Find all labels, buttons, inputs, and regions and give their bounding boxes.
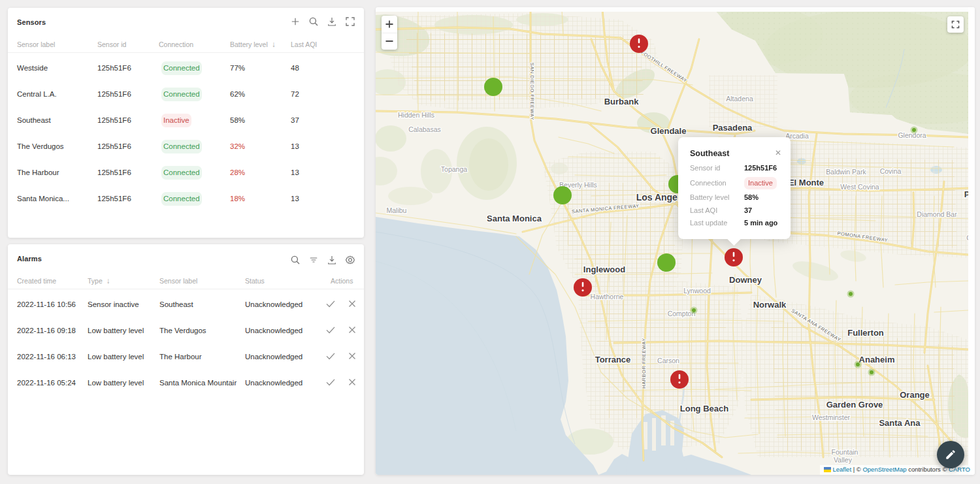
svg-text:Pasadena: Pasadena — [713, 123, 753, 133]
svg-text:Carson: Carson — [657, 357, 679, 364]
svg-text:Westminster: Westminster — [812, 413, 851, 421]
svg-text:Orange: Orange — [900, 390, 930, 400]
svg-text:Downey: Downey — [729, 275, 762, 285]
svg-text:SAN DIEGO FREEWAY: SAN DIEGO FREEWAY — [529, 63, 535, 121]
svg-text:Santa Ana: Santa Ana — [879, 418, 921, 428]
svg-text:West Covina: West Covina — [840, 183, 879, 191]
svg-text:Burbank: Burbank — [604, 97, 640, 106]
svg-text:HARBOR FREEWAY: HARBOR FREEWAY — [641, 338, 647, 388]
svg-text:Calabasas: Calabasas — [408, 125, 441, 133]
svg-text:Diamond Bar: Diamond Bar — [917, 210, 957, 218]
svg-text:Covina: Covina — [880, 167, 902, 175]
svg-text:Anaheim: Anaheim — [859, 355, 895, 364]
svg-text:Norwalk: Norwalk — [753, 300, 787, 310]
svg-text:Inglewood: Inglewood — [583, 265, 625, 274]
svg-text:Hidden Hills: Hidden Hills — [398, 111, 434, 119]
svg-text:Topanga: Topanga — [441, 165, 467, 173]
svg-text:Fountain: Fountain — [832, 448, 858, 456]
svg-text:Lynwood: Lynwood — [683, 287, 711, 295]
svg-text:Baldwin Park: Baldwin Park — [826, 168, 866, 176]
svg-text:Hawthorne: Hawthorne — [591, 293, 624, 300]
svg-text:Santa Monica: Santa Monica — [487, 214, 542, 223]
svg-text:Malibu: Malibu — [387, 206, 407, 214]
svg-text:Glendale: Glendale — [651, 126, 687, 136]
svg-text:Garden Grove: Garden Grove — [826, 400, 883, 410]
svg-text:Valley: Valley — [834, 456, 853, 464]
svg-text:El Monte: El Monte — [789, 178, 824, 187]
svg-text:Fullerton: Fullerton — [847, 328, 884, 338]
svg-text:Altadena: Altadena — [726, 95, 753, 103]
svg-text:Long Beach: Long Beach — [680, 404, 728, 413]
svg-text:Torrance: Torrance — [595, 355, 631, 364]
